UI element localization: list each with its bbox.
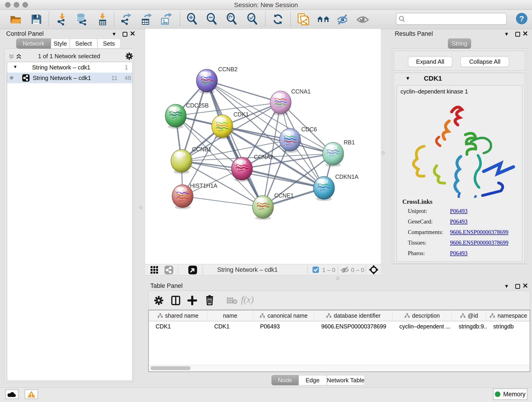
network-options-gear-icon[interactable] [125, 52, 133, 60]
save-session-icon[interactable] [30, 13, 43, 26]
control-panel-close-icon[interactable]: ✕ [130, 31, 135, 37]
tab-network[interactable]: Network [16, 38, 51, 49]
tab-edge-table[interactable]: Edge Table [298, 375, 326, 385]
tab-style[interactable]: Style [51, 38, 70, 49]
hidden-eye-slash-icon[interactable] [341, 266, 349, 273]
column-header-name[interactable]: name [207, 310, 253, 321]
table-cell[interactable]: stringdb [486, 321, 530, 332]
table-panel-float-icon[interactable] [515, 284, 520, 289]
node-RB1[interactable]: RB1 [323, 139, 355, 167]
fit-selection-crosshair-icon[interactable] [369, 265, 379, 274]
node-CDK1[interactable]: CDK1 [212, 111, 249, 139]
collapse-all-button[interactable]: Collapse All [461, 57, 509, 67]
column-header-description[interactable]: description [393, 310, 452, 321]
node-CCNE1[interactable]: CCNE1 [253, 192, 294, 220]
node-HIST1H1A[interactable]: HIST1H1A [172, 182, 217, 209]
tab-node-table[interactable]: Node Table [272, 375, 298, 385]
results-panel-close-icon[interactable]: ✕ [522, 31, 528, 37]
crosslink-link[interactable]: P06493 [450, 218, 467, 225]
export-network-icon[interactable] [120, 13, 133, 26]
column-header-namespace[interactable]: namespace [486, 310, 530, 321]
table-cell[interactable]: 9606.ENSP00000378699 [314, 321, 393, 332]
table-h-scrollbar[interactable] [148, 365, 530, 372]
open-session-icon[interactable] [9, 13, 22, 26]
cloud-button[interactable] [5, 389, 19, 399]
edge-CCNA2-CDKN1A[interactable] [242, 169, 324, 188]
crosslink-link[interactable]: 9606.ENSP00000378699 [450, 229, 508, 235]
table-cell[interactable]: cyclin–dependent ... [393, 321, 452, 332]
help-button[interactable]: ? [516, 13, 527, 24]
collection-expand-icon[interactable]: ▼ [13, 64, 17, 70]
toolbar-divider [338, 265, 338, 274]
crosslink-link[interactable]: 9606.ENSP00000378699 [450, 240, 508, 246]
edge-CCNB2-CCNA1[interactable] [207, 81, 281, 102]
column-header-database-identifier[interactable]: database identifier [314, 310, 393, 321]
toolbar-divider [180, 12, 180, 26]
control-panel-float-icon[interactable] [123, 32, 127, 37]
control-panel-menu-icon[interactable]: ▼ [112, 31, 117, 37]
splitter-grip[interactable] [139, 206, 143, 209]
refresh-icon[interactable] [272, 13, 284, 26]
column-header--id[interactable]: @id [452, 310, 486, 321]
create-column-icon[interactable] [187, 296, 197, 305]
node-label-CCNE1: CCNE1 [274, 192, 294, 199]
table-options-gear-icon[interactable] [154, 296, 164, 305]
birdseye-grid-icon[interactable] [150, 266, 158, 274]
tab-network-table[interactable]: Network Table [326, 375, 365, 385]
show-all-networks-icon[interactable] [317, 13, 330, 26]
import-network-icon[interactable] [56, 13, 69, 26]
delete-column-trash-icon[interactable] [205, 295, 215, 305]
column-header-canonical-name[interactable]: canonical name [253, 310, 314, 321]
table-cell[interactable]: CDK1 [207, 321, 253, 332]
gene-entry-expand-icon[interactable]: ▼ [405, 75, 410, 81]
expand-all-button[interactable]: Expand All [408, 57, 452, 67]
scrollbar-thumb[interactable] [151, 366, 191, 370]
network-collection-row[interactable]: ▼ String Network – cdk1 1 [7, 62, 132, 73]
results-panel-menu-icon[interactable]: ▼ [504, 31, 509, 37]
toolbar-divider [366, 265, 366, 274]
zoom-in-icon[interactable] [186, 13, 199, 26]
export-table-icon[interactable] [139, 13, 152, 26]
column-header-shared-name[interactable]: shared name [149, 310, 207, 321]
network-row[interactable]: String Network – cdk1 11 48 [7, 73, 132, 83]
zoom-out-icon[interactable] [206, 13, 219, 26]
import-network-database-icon[interactable] [75, 13, 88, 26]
zoom-selected-icon[interactable] [246, 13, 259, 26]
string-network-badge-icon[interactable] [165, 266, 173, 274]
crosslink-link[interactable]: P06493 [450, 250, 467, 256]
splitter-grip[interactable] [381, 151, 385, 155]
node-table[interactable]: shared namenamecanonical namedatabase id… [148, 310, 530, 365]
column-header-label: database identifier [334, 313, 380, 319]
show-columns-icon[interactable] [171, 296, 181, 305]
hide-selection-icon[interactable] [336, 13, 349, 26]
table-cell[interactable]: P06493 [253, 321, 314, 332]
table-cell[interactable]: CDK1 [149, 321, 207, 332]
status-bar: Memory [0, 387, 532, 402]
zoom-fit-icon[interactable] [226, 13, 239, 26]
node-CDKN1A[interactable]: CDKN1A [313, 173, 359, 201]
crosslink-link[interactable]: P06493 [450, 208, 467, 214]
table-row[interactable]: CDK1CDK1P064939606.ENSP00000378699cyclin… [149, 321, 530, 332]
search-icon [396, 15, 407, 23]
table-type-tabs: Node TableEdge TableNetwork Table [272, 375, 365, 385]
splitter-grip[interactable] [336, 277, 340, 280]
results-panel-float-icon[interactable] [515, 32, 520, 37]
gene-detail-box: cyclin–dependent kinase 1 CrossLinks Uni… [397, 85, 522, 262]
warnings-button[interactable] [25, 389, 38, 399]
selected-checkbox-icon[interactable] [312, 267, 319, 273]
tab-sets[interactable]: Sets [97, 38, 120, 49]
search-input[interactable] [407, 15, 506, 23]
network-canvas[interactable]: CCNB2CCNA1CDC25BCDK1CDC6RB1CCNB1CCNA2CDK… [145, 29, 381, 264]
tab-string[interactable]: String [448, 38, 471, 49]
open-in-string-icon[interactable] [188, 266, 197, 274]
table-panel-menu-icon[interactable]: ▼ [504, 283, 509, 289]
export-image-icon[interactable] [159, 13, 172, 26]
import-table-icon[interactable] [96, 13, 109, 26]
copy-network-icon[interactable] [297, 13, 310, 26]
tab-select[interactable]: Select [70, 38, 97, 49]
memory-button[interactable]: Memory [493, 389, 527, 400]
table-panel-close-icon[interactable]: ✕ [522, 283, 528, 289]
edge-HIST1H1A-CCNE1[interactable] [183, 196, 263, 207]
table-cell[interactable]: stringdb:9... [452, 321, 486, 332]
show-eye-icon[interactable] [356, 13, 369, 26]
